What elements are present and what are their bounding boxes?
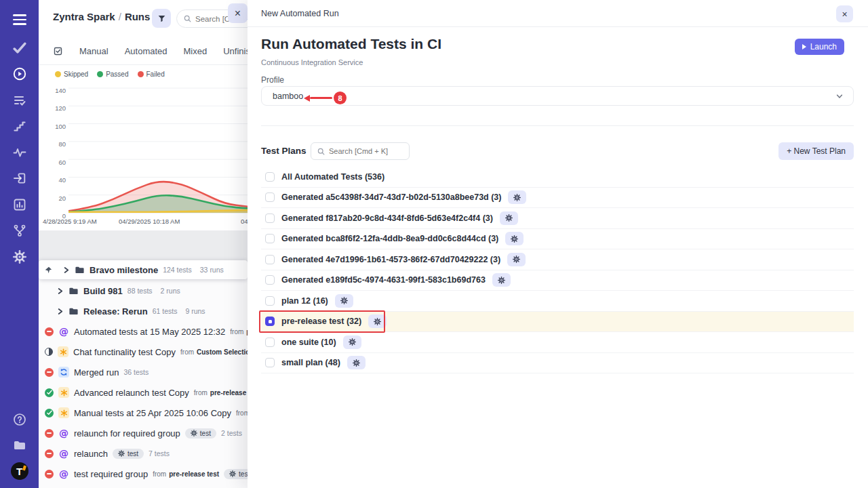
run-row[interactable]: Build 981 88 tests2 runs: [39, 281, 248, 301]
burst-run-icon: [58, 346, 68, 357]
plan-settings-button[interactable]: [347, 356, 366, 369]
import-icon: [13, 171, 26, 185]
sidebar-item-milestones[interactable]: [0, 116, 39, 136]
chevron-down-icon: [835, 92, 844, 100]
test-plan-row[interactable]: All Automated Tests (536): [261, 167, 854, 188]
filter-button[interactable]: [152, 9, 171, 28]
breadcrumb-page: Runs: [125, 11, 151, 22]
tab-manual[interactable]: Manual: [79, 46, 108, 56]
search-icon: [184, 15, 191, 22]
plan-settings-button[interactable]: [500, 211, 518, 225]
run-row[interactable]: Release: Rerun 61 tests9 runs: [39, 301, 248, 321]
close-icon: ×: [235, 7, 241, 19]
test-plans-search[interactable]: [311, 142, 410, 160]
status-stopped-icon: [45, 470, 54, 479]
plan-checkbox[interactable]: [265, 172, 275, 182]
plan-settings-button[interactable]: [492, 273, 511, 287]
help-icon: [13, 413, 26, 426]
funnel-icon: [157, 14, 166, 23]
breadcrumb-project[interactable]: Zyntra Spark: [53, 11, 115, 22]
chevron-right-icon[interactable]: [62, 266, 70, 274]
sidebar-item-test-cases[interactable]: [0, 90, 39, 110]
plan-settings-button[interactable]: [343, 336, 361, 349]
legend-dot-skipped: [55, 71, 61, 77]
run-row[interactable]: Chat functinality test Copy fromCustom S…: [39, 342, 248, 362]
sidebar-item-environments[interactable]: [0, 220, 39, 241]
status-in-progress-icon: [45, 348, 53, 356]
logo-t-icon: T: [11, 462, 28, 480]
chevron-right-icon[interactable]: [56, 308, 64, 315]
test-plan-row[interactable]: pre-release test (32): [261, 312, 854, 333]
plan-settings-button[interactable]: [507, 253, 526, 266]
run-row[interactable]: Bravo milestone 124 tests33 runs: [39, 260, 248, 279]
tab-mixed[interactable]: Mixed: [184, 46, 208, 56]
run-count: 124 tests: [163, 266, 192, 274]
test-plans-title: Test Plans: [261, 146, 307, 156]
plan-label: pre-release test (32): [281, 317, 361, 326]
run-from: fromCustom Selection: [180, 348, 248, 356]
plan-settings-button[interactable]: [368, 314, 387, 328]
legend-dot-failed: [138, 71, 144, 77]
gear-icon: [349, 338, 356, 346]
plan-checkbox[interactable]: [265, 192, 275, 202]
app-logo[interactable]: T: [0, 461, 39, 481]
new-test-plan-button[interactable]: + New Test Plan: [778, 142, 854, 160]
plan-checkbox[interactable]: [265, 338, 275, 347]
chevron-right-icon[interactable]: [56, 287, 64, 295]
run-counts: 61 tests9 runs: [153, 307, 205, 315]
plan-checkbox[interactable]: [265, 214, 275, 223]
run-row[interactable]: @ test required group frompre-release te…: [39, 464, 248, 484]
burst-run-icon: [58, 387, 69, 398]
sidebar-item-activity[interactable]: [0, 142, 39, 163]
tab-unfinished[interactable]: Unfinished: [223, 46, 248, 56]
test-plan-row[interactable]: Generated 4e7d1996-1b61-4573-86f2-67dd70…: [261, 249, 854, 270]
sidebar-item-help[interactable]: [0, 409, 39, 430]
run-row[interactable]: Merged run 36 tests: [39, 362, 248, 382]
plan-checkbox[interactable]: [265, 234, 275, 243]
plan-checkbox[interactable]: [265, 358, 275, 367]
profile-select[interactable]: bamboo 8: [261, 86, 854, 106]
test-plan-row[interactable]: one suite (10): [261, 332, 854, 353]
sidebar-item-projects[interactable]: [0, 435, 39, 455]
select-runs-icon[interactable]: [53, 46, 63, 56]
run-row[interactable]: @ relaunch test 7 tests: [39, 443, 248, 464]
folder-icon: [13, 439, 26, 452]
test-plan-row[interactable]: Generated bca8f6f2-12fa-4ddb-8ea9-dd0c6c…: [261, 229, 854, 250]
plan-settings-button[interactable]: [508, 190, 526, 204]
gear-icon: [13, 250, 26, 264]
plan-checkbox[interactable]: [265, 255, 275, 264]
run-row[interactable]: @ Automated tests at 15 May 2025 12:32 f…: [39, 321, 248, 342]
launch-button[interactable]: Launch: [795, 39, 844, 55]
test-plan-row[interactable]: Generated e189fd5c-4974-4631-99f1-583c1b…: [261, 270, 854, 291]
run-name: test required group: [74, 469, 148, 479]
plan-settings-button[interactable]: [335, 294, 353, 308]
sidebar-item-settings[interactable]: [0, 247, 39, 267]
panel-close-button[interactable]: ×: [228, 3, 248, 23]
test-plan-row[interactable]: Generated a5c4398f-34d7-43d7-b02d-5130a8…: [261, 188, 854, 209]
plan-checkbox[interactable]: [265, 296, 275, 306]
plan-checkbox[interactable]: [265, 275, 275, 285]
run-row[interactable]: @ relaunch for required group test 2 tes…: [39, 423, 248, 443]
run-row[interactable]: Manual tests at 25 Apr 2025 10:06 Copy f…: [39, 403, 248, 423]
test-plans-search-input[interactable]: [329, 147, 403, 155]
app-sidebar: T: [0, 0, 39, 488]
test-plan-row[interactable]: plan 12 (16): [261, 291, 854, 312]
menu-icon[interactable]: [0, 9, 39, 30]
run-row[interactable]: Advanced relaunch test Copy frompre-rele…: [39, 382, 248, 403]
test-plans-list: All Automated Tests (536) Generated a5c4…: [261, 167, 854, 373]
test-plan-row[interactable]: small plan (48): [261, 353, 854, 374]
sidebar-item-imports[interactable]: [0, 168, 39, 188]
tab-automated[interactable]: Automated: [125, 46, 167, 56]
plan-label: Generated a5c4398f-34d7-43d7-b02d-5130a8…: [281, 192, 501, 202]
sidebar-item-runs[interactable]: [0, 64, 39, 84]
sidebar-item-checks[interactable]: [0, 38, 39, 58]
modal-close-button[interactable]: ×: [836, 5, 853, 22]
plan-checkbox[interactable]: [265, 317, 275, 326]
plan-settings-button[interactable]: [505, 232, 524, 245]
x-tick-3: 04/29/2025 10: [241, 218, 248, 225]
breadcrumb: Zyntra Spark/Runs: [53, 11, 150, 22]
annotation-arrow: 8: [304, 92, 347, 104]
chart-x-axis: 4/28/2025 9:19 AM 04/29/2025 10:18 AM 04…: [39, 218, 248, 227]
test-plan-row[interactable]: Generated f817ab20-9c8d-434f-8fd6-5d63e4…: [261, 208, 854, 229]
sidebar-item-reports[interactable]: [0, 195, 39, 215]
